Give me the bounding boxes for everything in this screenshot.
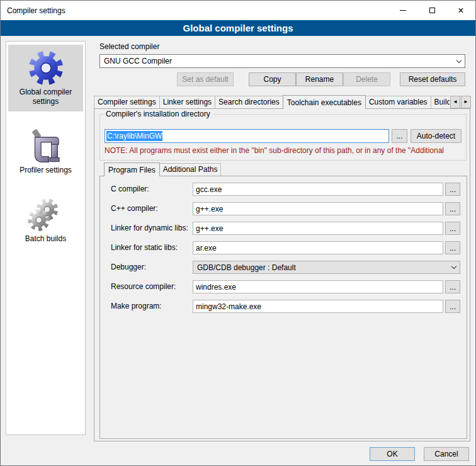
tab-compiler-settings[interactable]: Compiler settings [94, 96, 160, 108]
selected-compiler-label: Selected compiler [99, 42, 159, 51]
make-program-label: Make program: [111, 300, 162, 313]
minimize-icon [400, 10, 406, 11]
installation-directory-label: Compiler's installation directory [103, 110, 213, 118]
linker-for-dynamic-libs-input[interactable] [193, 222, 443, 235]
linker-for-static-libs-label: Linker for static libs: [111, 241, 178, 254]
tab-additional-paths[interactable]: Additional Paths [159, 163, 222, 176]
debugger-select[interactable]: GDB/CDB debugger : Default [193, 261, 460, 274]
set-as-default-button[interactable]: Set as default [177, 72, 234, 86]
maximize-button[interactable] [417, 1, 446, 20]
c-compiler-label: C compiler: [111, 183, 149, 196]
tab-toolchain-executables[interactable]: Toolchain executables [283, 95, 366, 109]
make-program-browse-button[interactable]: ... [445, 300, 460, 313]
tab-scroll-right-icon: ► [463, 99, 468, 105]
ok-button[interactable]: OK [370, 447, 415, 461]
window-title: Compiler settings [1, 6, 65, 15]
sidebar-item-label: Batch builds [9, 234, 82, 244]
tab-scroll-right-button[interactable]: ► [461, 96, 471, 108]
close-button[interactable]: × [446, 1, 475, 20]
gears-gray-icon [9, 195, 82, 234]
sidebar-item-global-compiler-settings[interactable]: Global compiler settings [8, 45, 83, 111]
sidebar-item-batch-builds[interactable]: Batch builds [8, 191, 83, 249]
linker-for-dynamic-libs-browse-button[interactable]: ... [445, 222, 460, 235]
chevron-down-icon [448, 266, 460, 268]
linker-for-static-libs-browse-button[interactable]: ... [445, 241, 460, 254]
sidebar-item-label: Global compiler settings [9, 88, 82, 106]
tab-builc[interactable]: Builc [431, 96, 450, 108]
c-compiler-input[interactable] [193, 202, 443, 215]
make-program-input[interactable] [193, 300, 443, 313]
profiler-clamp-icon [9, 127, 82, 166]
copy-button[interactable]: Copy [249, 72, 296, 86]
page-title: Global compiler settings [1, 20, 475, 36]
tab-program-files[interactable]: Program Files [104, 162, 160, 176]
titlebar[interactable]: Compiler settings × [1, 1, 475, 20]
resource-compiler-input[interactable] [193, 280, 443, 293]
tab-search-directories[interactable]: Search directories [215, 96, 283, 108]
caption-buttons: × [388, 1, 475, 20]
tab-linker-settings[interactable]: Linker settings [159, 96, 215, 108]
compiler-settings-window: Compiler settings × Global compiler sett… [0, 0, 476, 466]
close-icon: × [458, 6, 463, 16]
auto-detect-button[interactable]: Auto-detect [411, 129, 462, 143]
maximize-icon [429, 8, 435, 13]
minimize-button[interactable] [388, 1, 417, 20]
main-tabs: Compiler settingsLinker settingsSearch d… [94, 95, 450, 109]
reset-defaults-button[interactable]: Reset defaults [400, 72, 465, 86]
installation-directory-value: C:\raylib\MinGW [106, 131, 162, 141]
note-text: NOTE: All programs must exist either in … [105, 146, 466, 155]
resource-compiler-label: Resource compiler: [111, 280, 176, 293]
chevron-down-icon [453, 60, 465, 62]
rename-button[interactable]: Rename [296, 72, 343, 86]
sidebar: Global compiler settings Profiler settin… [6, 41, 86, 435]
tab-scroll-left-icon: ◄ [453, 99, 458, 105]
c-compiler-input[interactable] [193, 183, 443, 196]
program-tabs: Program FilesAdditional Paths [104, 162, 293, 176]
resource-compiler-browse-button[interactable]: ... [445, 280, 460, 293]
gear-blue-icon [9, 48, 82, 88]
c-compiler-browse-button[interactable]: ... [445, 202, 460, 215]
installation-directory-browse-button[interactable]: ... [392, 129, 407, 143]
debugger-label: Debugger: [111, 261, 146, 274]
c-compiler-browse-button[interactable]: ... [445, 183, 460, 196]
debugger-value: GDB/CDB debugger : Default [193, 263, 448, 272]
sidebar-item-label: Profiler settings [9, 166, 82, 175]
linker-for-dynamic-libs-label: Linker for dynamic libs: [111, 222, 188, 235]
installation-directory-input[interactable]: C:\raylib\MinGW [105, 129, 389, 143]
tab-scroll-left-button[interactable]: ◄ [450, 96, 460, 108]
selected-compiler-value: GNU GCC Compiler [100, 57, 453, 65]
cancel-button[interactable]: Cancel [424, 447, 469, 461]
selected-compiler-select[interactable]: GNU GCC Compiler [99, 54, 465, 68]
tab-custom-variables[interactable]: Custom variables [365, 96, 431, 108]
c-compiler-label: C++ compiler: [111, 202, 158, 215]
sidebar-item-profiler-settings[interactable]: Profiler settings [8, 123, 83, 180]
linker-for-static-libs-input[interactable] [193, 241, 443, 254]
delete-button[interactable]: Delete [343, 72, 390, 86]
